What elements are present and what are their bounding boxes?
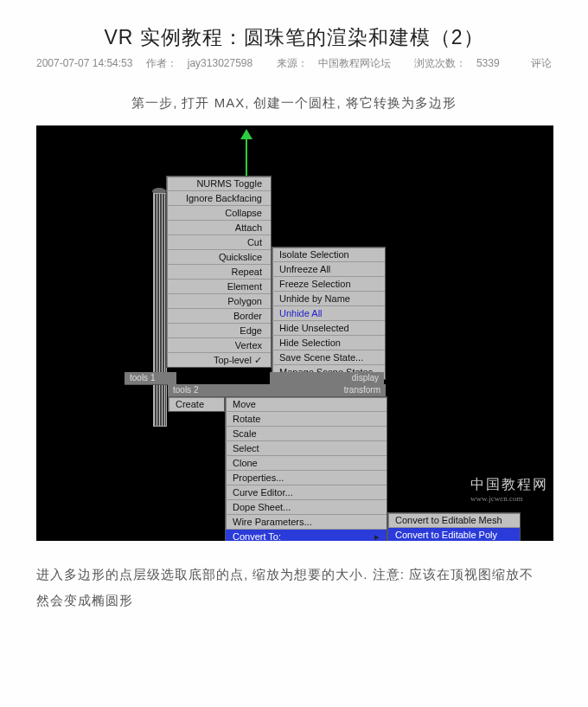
context-menu-tools2[interactable]: Create [168,396,225,412]
menu-item[interactable]: Vertex [167,338,271,353]
menu-item[interactable]: Clone [226,456,387,471]
meta-date: 2007-07-07 14:54:53 [36,57,132,69]
meta-author: 作者：jay313027598 [146,57,263,69]
menu-item-unhide-all[interactable]: Unhide All [272,306,385,321]
body-paragraph-2: 进入多边形的点层级选取底部的点, 缩放为想要的大小. 注意: 应该在顶视图缩放不… [36,562,552,614]
menu-item[interactable]: Border [167,309,271,324]
meta-comment-link[interactable]: 评论 [531,56,552,71]
menu-item[interactable]: Rotate [226,412,387,427]
menu-item[interactable]: Hide Selection [272,336,385,350]
menu-item[interactable]: Dope Sheet... [226,500,387,515]
menu-item[interactable]: Scale [226,427,387,441]
menu-item[interactable]: Properties... [226,471,387,485]
menu-item-create[interactable]: Create [169,397,224,411]
quad-header-tools1: tools 1 [125,372,176,385]
menu-item[interactable]: Curve Editor... [226,485,387,500]
menu-item[interactable]: NURMS Toggle [167,177,271,191]
menu-item[interactable]: Polygon [167,294,271,309]
context-menu-transform[interactable]: Move Rotate Scale Select Clone Propertie… [225,396,387,541]
menu-item[interactable]: Unhide by Name [272,292,385,306]
quad-header-row-2: tools 2 transform [168,384,386,397]
page-title: VR 实例教程：圆珠笔的渲染和建模（2） [36,24,552,51]
menu-item[interactable]: Hide Unselected [272,321,385,336]
meta-source: 来源：中国教程网论坛 [277,57,401,69]
article-meta: 2007-07-07 14:54:53 作者：jay313027598 来源：中… [36,56,552,71]
step-text-1: 第一步, 打开 MAX, 创建一个圆柱, 将它转换为多边形 [36,95,552,112]
context-menu-modeling[interactable]: NURMS Toggle Ignore Backfacing Collapse … [166,176,272,368]
watermark: 中国教程网 www.jcwcn.com [470,476,548,503]
quad-header-display: display [270,372,384,385]
menu-item[interactable]: Isolate Selection [272,247,385,262]
menu-item[interactable]: Unfreeze All [272,262,385,277]
arrow-up-icon [240,129,252,139]
menu-item[interactable]: Wire Parameters... [226,515,387,530]
menu-item[interactable]: Quickslice [167,250,271,265]
menu-item[interactable]: Save Scene State... [272,350,385,365]
quad-header-transform: transform [344,384,380,396]
screenshot-3dsmax: NURMS Toggle Ignore Backfacing Collapse … [36,125,553,541]
quad-header-tools2: tools 2 [173,384,198,396]
context-menu-display[interactable]: Isolate Selection Unfreeze All Freeze Se… [272,247,386,380]
menu-item-convert-to[interactable]: Convert To: [226,530,387,541]
menu-item-editable-poly[interactable]: Convert to Editable Poly [388,528,520,541]
menu-item[interactable]: Select [226,441,387,456]
menu-item[interactable]: Edge [167,324,271,338]
menu-item[interactable]: Attach [167,221,271,235]
meta-views: 浏览次数：5339 [414,57,510,69]
cylinder-object [153,193,167,427]
menu-item[interactable]: Freeze Selection [272,277,385,292]
submenu-convert-to[interactable]: Convert to Editable Mesh Convert to Edit… [387,512,521,541]
menu-item-toplevel[interactable]: Top-level [167,353,271,367]
menu-item[interactable]: Repeat [167,265,271,280]
menu-item[interactable]: Cut [167,235,271,250]
menu-item[interactable]: Move [226,397,387,412]
menu-item[interactable]: Convert to Editable Mesh [388,513,520,528]
menu-item[interactable]: Collapse [167,206,271,221]
menu-item[interactable]: Ignore Backfacing [167,191,271,206]
axis-gizmo [240,129,252,179]
menu-item[interactable]: Element [167,280,271,294]
